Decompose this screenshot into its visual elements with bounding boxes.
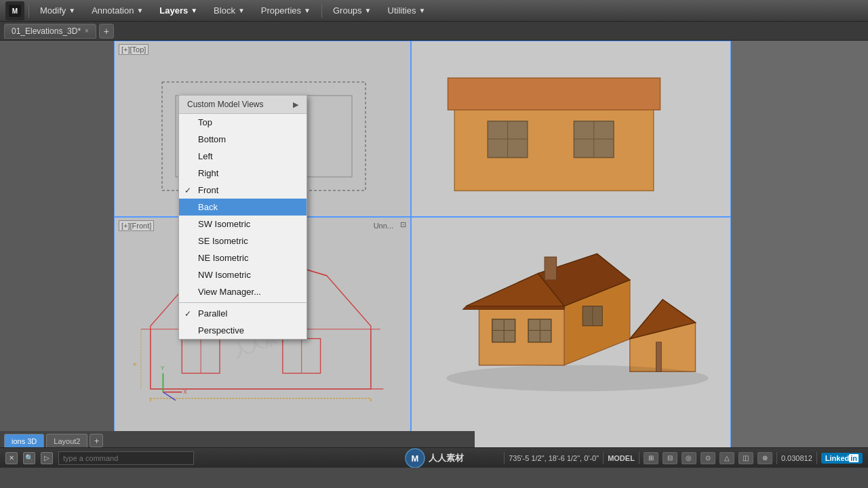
view-option-manager[interactable]: View Manager... — [179, 283, 307, 300]
tab-bar: 01_Elevations_3D* × + — [0, 22, 868, 41]
site-logo-icon: M — [404, 447, 426, 468]
svg-line-31 — [163, 392, 176, 401]
svg-marker-40 — [462, 306, 564, 310]
properties-arrow: ▼ — [304, 7, 311, 14]
vp-corner-tl[interactable]: [+][Top] — [119, 44, 149, 55]
view-dropdown-menu: Custom Model Views ▶ Top Bottom Left Rig… — [178, 95, 307, 340]
status-icon-1[interactable]: ⊞ — [644, 452, 658, 464]
block-arrow: ▼ — [238, 7, 245, 14]
vp-corner-bl[interactable]: [+][Front] — [119, 220, 154, 231]
menu-layers[interactable]: Layers ▼ — [153, 3, 204, 18]
utilities-arrow: ▼ — [418, 7, 425, 14]
view-option-back[interactable]: Back — [179, 199, 307, 216]
svg-text:M: M — [412, 453, 419, 464]
status-icon-3[interactable]: ◎ — [682, 452, 696, 464]
bottom-tab-model[interactable]: ions 3D — [4, 434, 44, 447]
view-option-top[interactable]: Top — [179, 114, 307, 131]
menu-divider — [179, 302, 307, 303]
status-sep-1 — [504, 452, 505, 464]
status-icon-4[interactable]: ⊙ — [701, 452, 715, 464]
svg-rect-53 — [656, 342, 662, 372]
view-option-bottom[interactable]: Bottom — [179, 131, 307, 148]
svg-rect-8 — [448, 78, 660, 110]
viewport-top-right[interactable]: 人人素材 — [411, 41, 731, 217]
groups-arrow: ▼ — [365, 7, 372, 14]
app-logo[interactable]: M — [5, 1, 24, 20]
statusbar-arrow-btn[interactable]: ▷ — [41, 452, 53, 464]
status-number: 0.030812 — [781, 454, 812, 462]
file-tab[interactable]: 01_Elevations_3D* × — [4, 24, 96, 39]
modify-arrow: ▼ — [68, 7, 75, 14]
menu-utilities[interactable]: Utilities ▼ — [381, 3, 433, 18]
menu-separator-1 — [28, 4, 29, 18]
menu-block[interactable]: Block ▼ — [207, 3, 252, 18]
center-logo: M 人人素材 — [404, 447, 464, 468]
view-option-right[interactable]: Right — [179, 165, 307, 182]
layers-arrow: ▼ — [191, 7, 197, 14]
vp-nav-bl[interactable]: ⊡ — [400, 220, 406, 229]
statusbar-search-btn[interactable]: 🔍 — [23, 452, 35, 464]
bottom-tab-layout2[interactable]: Layout2 — [46, 434, 87, 447]
menu-separator-2 — [321, 4, 322, 18]
new-tab-button[interactable]: + — [99, 24, 114, 39]
view-option-nw-iso[interactable]: NW Isometric — [179, 266, 307, 283]
statusbar-x-btn[interactable]: ✕ — [5, 452, 18, 464]
view-option-parallel[interactable]: ✓ Parallel — [179, 305, 307, 322]
add-layout-button[interactable]: + — [90, 434, 103, 447]
annotation-arrow: ▼ — [136, 7, 143, 14]
status-sep-3 — [639, 452, 639, 464]
status-sep-5 — [816, 452, 817, 464]
viewport-bottom-right[interactable]: 人人素材 — [411, 217, 731, 468]
command-input[interactable] — [58, 451, 194, 465]
status-mode: MODEL — [608, 454, 635, 462]
submenu-arrow: ▶ — [293, 100, 298, 109]
status-right: M 人人素材 735'-5 1/2", 18'-6 1/2", 0'-0" MO… — [504, 452, 863, 464]
menu-properties[interactable]: Properties ▼ — [254, 3, 317, 18]
status-icon-6[interactable]: ◫ — [738, 452, 753, 464]
svg-text:Y: Y — [161, 365, 165, 371]
left-panel — [0, 41, 114, 468]
linkedin-logo[interactable]: Linkedin — [821, 453, 863, 464]
menu-modify[interactable]: Modify ▼ — [33, 3, 82, 18]
view-option-sw-iso[interactable]: SW Isometric — [179, 216, 307, 232]
check-front: ✓ — [184, 186, 191, 195]
status-coords: 735'-5 1/2", 18'-6 1/2", 0'-0" — [509, 454, 599, 462]
menubar: M Modify ▼ Annotation ▼ Layers ▼ Block ▼… — [0, 0, 868, 22]
svg-rect-51 — [545, 257, 556, 280]
status-bar: ✕ 🔍 ▷ M 人人素材 735'-5 1/2", 18'-6 1/2", 0'… — [0, 447, 868, 468]
menu-annotation[interactable]: Annotation ▼ — [85, 3, 150, 18]
view-option-left[interactable]: Left — [179, 148, 307, 165]
status-icon-2[interactable]: ⊟ — [663, 452, 677, 464]
status-sep-4 — [776, 452, 777, 464]
svg-text:h: h — [132, 363, 138, 365]
vp-unnamedlabel: Unn... — [374, 222, 393, 230]
view-option-perspective[interactable]: Perspective — [179, 322, 307, 339]
view-option-front[interactable]: ✓ Front — [179, 182, 307, 199]
workspace: 人人素材 [+][Top] 人人素材 — [0, 41, 868, 468]
house-3d-svg — [412, 221, 724, 418]
svg-text:M: M — [12, 7, 18, 15]
status-icon-5[interactable]: △ — [719, 452, 734, 464]
house-front-svg — [432, 52, 676, 204]
site-name: 人人素材 — [429, 452, 464, 464]
menu-groups[interactable]: Groups ▼ — [326, 3, 378, 18]
check-parallel: ✓ — [184, 309, 191, 319]
svg-rect-7 — [454, 104, 653, 190]
status-icon-7[interactable]: ⊕ — [757, 452, 772, 464]
svg-point-52 — [446, 365, 709, 392]
bottom-tab-bar: ions 3D Layout2 + — [0, 431, 475, 447]
tab-close-button[interactable]: × — [85, 27, 89, 35]
status-sep-2 — [603, 452, 604, 464]
svg-text:X: X — [183, 388, 187, 395]
view-option-se-iso[interactable]: SE Isometric — [179, 232, 307, 249]
dropdown-header: Custom Model Views ▶ — [179, 96, 307, 114]
view-option-ne-iso[interactable]: NE Isometric — [179, 249, 307, 266]
